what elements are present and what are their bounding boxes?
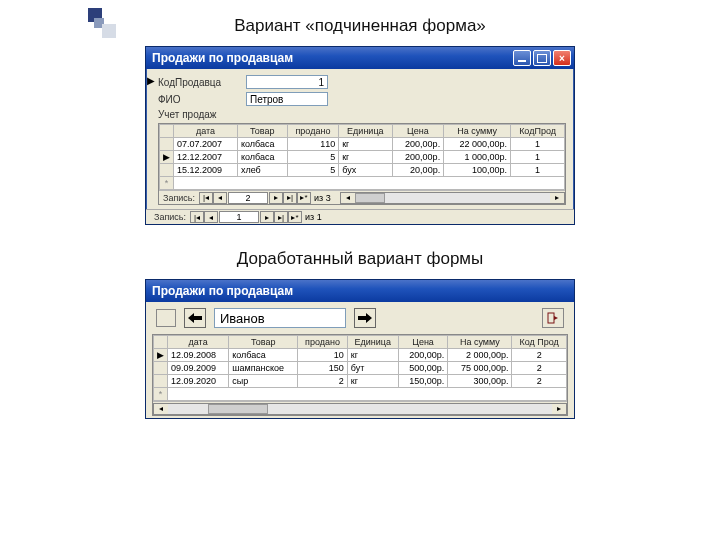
arrow-right-icon bbox=[358, 313, 372, 323]
nav-last-icon[interactable]: ▸| bbox=[283, 192, 297, 204]
seller-name-input[interactable] bbox=[214, 308, 346, 328]
col-unit[interactable]: Единица bbox=[347, 336, 398, 349]
nav-first-icon[interactable]: |◂ bbox=[199, 192, 213, 204]
seller-code-button[interactable] bbox=[156, 309, 176, 327]
nav-next-icon[interactable]: ▸ bbox=[269, 192, 283, 204]
col-sum[interactable]: На сумму bbox=[448, 336, 512, 349]
svg-marker-1 bbox=[358, 313, 372, 323]
window-original-form: Продажи по продавцам × ▶ КодПродавца ФИО… bbox=[145, 46, 575, 225]
horizontal-scrollbar[interactable]: ◂ ▸ bbox=[340, 192, 565, 204]
door-exit-icon bbox=[547, 312, 559, 324]
titlebar[interactable]: Продажи по продавцам × bbox=[146, 47, 574, 69]
col-price[interactable]: Цена bbox=[392, 125, 444, 138]
input-code[interactable] bbox=[246, 75, 328, 89]
label-code: КодПродавца bbox=[158, 77, 246, 88]
col-qty[interactable]: продано bbox=[298, 336, 347, 349]
col-sellercode[interactable]: Код Прод bbox=[512, 336, 567, 349]
nav-total: из 1 bbox=[302, 212, 325, 222]
close-button[interactable]: × bbox=[553, 50, 571, 66]
record-selector-icon[interactable]: ▶ bbox=[147, 75, 155, 86]
nav-label: Запись: bbox=[150, 212, 190, 222]
nav-last-icon[interactable]: ▸| bbox=[274, 211, 288, 223]
subform-sales: дата Товар продано Единица Цена На сумму… bbox=[152, 334, 568, 416]
col-sum[interactable]: На сумму bbox=[444, 125, 511, 138]
input-fio[interactable] bbox=[246, 92, 328, 106]
window-improved-form: Продажи по продавцам дата Товар bbox=[145, 279, 575, 419]
col-sellercode[interactable]: КодПрод bbox=[511, 125, 565, 138]
nav-prev-icon[interactable]: ◂ bbox=[213, 192, 227, 204]
nav-new-icon[interactable]: ▸* bbox=[297, 192, 311, 204]
table-new-row[interactable]: * bbox=[154, 388, 567, 401]
col-price[interactable]: Цена bbox=[398, 336, 447, 349]
scroll-thumb[interactable] bbox=[355, 193, 385, 203]
col-qty[interactable]: продано bbox=[287, 125, 338, 138]
svg-marker-0 bbox=[188, 313, 202, 323]
table-row[interactable]: 15.12.2009 хлеб 5 бух 20,00р. 100,00р. 1 bbox=[160, 164, 565, 177]
table-row[interactable]: ▶ 12.12.2007 колбаса 5 кг 200,00р. 1 000… bbox=[160, 151, 565, 164]
label-subform: Учет продаж bbox=[158, 109, 246, 120]
nav-label: Запись: bbox=[159, 193, 199, 203]
row-selector-header bbox=[154, 336, 168, 349]
nav-new-icon[interactable]: ▸* bbox=[288, 211, 302, 223]
scroll-right-icon[interactable]: ▸ bbox=[552, 404, 566, 414]
table-row[interactable]: ▶ 12.09.2008 колбаса 10 кг 200,00р. 2 00… bbox=[154, 349, 567, 362]
window-title: Продажи по продавцам bbox=[152, 51, 293, 65]
sales-table: дата Товар продано Единица Цена На сумму… bbox=[159, 124, 565, 190]
label-fio: ФИО bbox=[158, 94, 246, 105]
scroll-left-icon[interactable]: ◂ bbox=[341, 193, 355, 203]
subform-sales: дата Товар продано Единица Цена На сумму… bbox=[158, 123, 566, 205]
col-date[interactable]: дата bbox=[174, 125, 238, 138]
scroll-right-icon[interactable]: ▸ bbox=[550, 193, 564, 203]
scroll-left-icon[interactable]: ◂ bbox=[154, 404, 168, 414]
maximize-button[interactable] bbox=[533, 50, 551, 66]
table-row[interactable]: 09.09.2009 шампанское 150 бут 500,00р. 7… bbox=[154, 362, 567, 375]
nav-total: из 3 bbox=[311, 193, 334, 203]
next-seller-button[interactable] bbox=[354, 308, 376, 328]
table-row[interactable]: 07.07.2007 колбаса 110 кг 200,00р. 22 00… bbox=[160, 138, 565, 151]
table-new-row[interactable]: * bbox=[160, 177, 565, 190]
form-nav: Запись: |◂ ◂ 1 ▸ ▸| ▸* из 1 bbox=[146, 209, 574, 224]
exit-button[interactable] bbox=[542, 308, 564, 328]
row-selector-header bbox=[160, 125, 174, 138]
table-row[interactable]: 12.09.2020 сыр 2 кг 150,00р. 300,00р. 2 bbox=[154, 375, 567, 388]
window-title: Продажи по продавцам bbox=[152, 284, 293, 298]
prev-seller-button[interactable] bbox=[184, 308, 206, 328]
nav-prev-icon[interactable]: ◂ bbox=[204, 211, 218, 223]
svg-rect-2 bbox=[548, 313, 554, 323]
nav-position[interactable]: 2 bbox=[228, 192, 268, 204]
col-product[interactable]: Товар bbox=[237, 125, 287, 138]
titlebar[interactable]: Продажи по продавцам bbox=[146, 280, 574, 302]
svg-marker-3 bbox=[554, 316, 558, 320]
col-date[interactable]: дата bbox=[168, 336, 229, 349]
nav-next-icon[interactable]: ▸ bbox=[260, 211, 274, 223]
col-unit[interactable]: Единица bbox=[339, 125, 392, 138]
nav-position[interactable]: 1 bbox=[219, 211, 259, 223]
caption-improved: Доработанный вариант формы bbox=[0, 249, 720, 269]
decorative-square-light bbox=[102, 24, 116, 38]
scroll-thumb[interactable] bbox=[208, 404, 268, 414]
arrow-left-icon bbox=[188, 313, 202, 323]
minimize-button[interactable] bbox=[513, 50, 531, 66]
subform-scroll: ◂ ▸ bbox=[153, 401, 567, 415]
nav-first-icon[interactable]: |◂ bbox=[190, 211, 204, 223]
subform-nav: Запись: |◂ ◂ 2 ▸ ▸| ▸* из 3 ◂ ▸ bbox=[159, 190, 565, 204]
sales-table: дата Товар продано Единица Цена На сумму… bbox=[153, 335, 567, 401]
col-product[interactable]: Товар bbox=[229, 336, 298, 349]
horizontal-scrollbar[interactable]: ◂ ▸ bbox=[153, 403, 567, 415]
